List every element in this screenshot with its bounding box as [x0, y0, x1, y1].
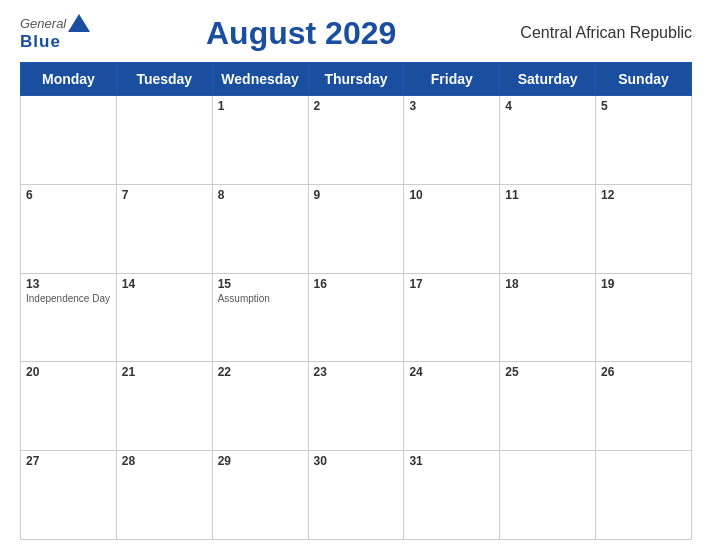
calendar-cell: 6: [21, 184, 117, 273]
calendar-cell: 18: [500, 273, 596, 362]
day-header-friday: Friday: [404, 63, 500, 96]
calendar-cell: 7: [116, 184, 212, 273]
calendar-cell: 29: [212, 451, 308, 540]
calendar-table: MondayTuesdayWednesdayThursdayFridaySatu…: [20, 62, 692, 540]
calendar-cell: 15Assumption: [212, 273, 308, 362]
day-number: 31: [409, 454, 494, 468]
calendar-cell: 9: [308, 184, 404, 273]
calendar-cell: 28: [116, 451, 212, 540]
calendar-cell: 13Independence Day: [21, 273, 117, 362]
day-number: 10: [409, 188, 494, 202]
day-number: 20: [26, 365, 111, 379]
day-number: 26: [601, 365, 686, 379]
day-number: 13: [26, 277, 111, 291]
calendar-cell: [21, 96, 117, 185]
day-number: 8: [218, 188, 303, 202]
day-number: 19: [601, 277, 686, 291]
week-row-2: 6789101112: [21, 184, 692, 273]
day-header-monday: Monday: [21, 63, 117, 96]
days-header-row: MondayTuesdayWednesdayThursdayFridaySatu…: [21, 63, 692, 96]
day-number: 29: [218, 454, 303, 468]
calendar-cell: [596, 451, 692, 540]
calendar-cell: 11: [500, 184, 596, 273]
calendar-cell: 16: [308, 273, 404, 362]
calendar-cell: 14: [116, 273, 212, 362]
calendar-cell: 4: [500, 96, 596, 185]
day-header-wednesday: Wednesday: [212, 63, 308, 96]
day-number: 6: [26, 188, 111, 202]
calendar-cell: 22: [212, 362, 308, 451]
day-number: 27: [26, 454, 111, 468]
calendar-body: 12345678910111213Independence Day1415Ass…: [21, 96, 692, 540]
calendar-cell: 1: [212, 96, 308, 185]
logo-general-text: General: [20, 16, 66, 31]
day-event: Independence Day: [26, 293, 111, 304]
day-number: 7: [122, 188, 207, 202]
day-number: 11: [505, 188, 590, 202]
calendar-cell: 17: [404, 273, 500, 362]
day-number: 28: [122, 454, 207, 468]
month-title: August 2029: [90, 15, 512, 52]
day-number: 25: [505, 365, 590, 379]
calendar-cell: 12: [596, 184, 692, 273]
day-header-tuesday: Tuesday: [116, 63, 212, 96]
day-number: 23: [314, 365, 399, 379]
calendar-cell: 19: [596, 273, 692, 362]
calendar-cell: 26: [596, 362, 692, 451]
calendar-cell: 3: [404, 96, 500, 185]
day-number: 4: [505, 99, 590, 113]
calendar-cell: 25: [500, 362, 596, 451]
day-number: 3: [409, 99, 494, 113]
calendar-header: General Blue August 2029 Central African…: [20, 10, 692, 56]
logo-icon: [68, 14, 90, 32]
calendar-cell: 30: [308, 451, 404, 540]
day-header-thursday: Thursday: [308, 63, 404, 96]
day-number: 18: [505, 277, 590, 291]
week-row-3: 13Independence Day1415Assumption16171819: [21, 273, 692, 362]
day-number: 21: [122, 365, 207, 379]
day-number: 1: [218, 99, 303, 113]
calendar-cell: 20: [21, 362, 117, 451]
calendar-cell: 10: [404, 184, 500, 273]
calendar-cell: 24: [404, 362, 500, 451]
day-number: 14: [122, 277, 207, 291]
day-event: Assumption: [218, 293, 303, 304]
week-row-4: 20212223242526: [21, 362, 692, 451]
day-header-sunday: Sunday: [596, 63, 692, 96]
calendar-cell: 31: [404, 451, 500, 540]
day-header-saturday: Saturday: [500, 63, 596, 96]
calendar-cell: 21: [116, 362, 212, 451]
logo: General Blue: [20, 14, 90, 52]
week-row-1: 12345: [21, 96, 692, 185]
day-number: 22: [218, 365, 303, 379]
day-number: 16: [314, 277, 399, 291]
svg-marker-0: [68, 14, 90, 32]
calendar-cell: 27: [21, 451, 117, 540]
calendar-cell: 2: [308, 96, 404, 185]
day-number: 17: [409, 277, 494, 291]
day-number: 9: [314, 188, 399, 202]
calendar-cell: 8: [212, 184, 308, 273]
calendar-cell: [116, 96, 212, 185]
calendar-cell: 5: [596, 96, 692, 185]
calendar-cell: [500, 451, 596, 540]
day-number: 5: [601, 99, 686, 113]
day-number: 15: [218, 277, 303, 291]
day-number: 24: [409, 365, 494, 379]
day-number: 2: [314, 99, 399, 113]
calendar-cell: 23: [308, 362, 404, 451]
day-number: 30: [314, 454, 399, 468]
day-number: 12: [601, 188, 686, 202]
week-row-5: 2728293031: [21, 451, 692, 540]
region-title: Central African Republic: [512, 24, 692, 42]
logo-blue-text: Blue: [20, 32, 61, 52]
